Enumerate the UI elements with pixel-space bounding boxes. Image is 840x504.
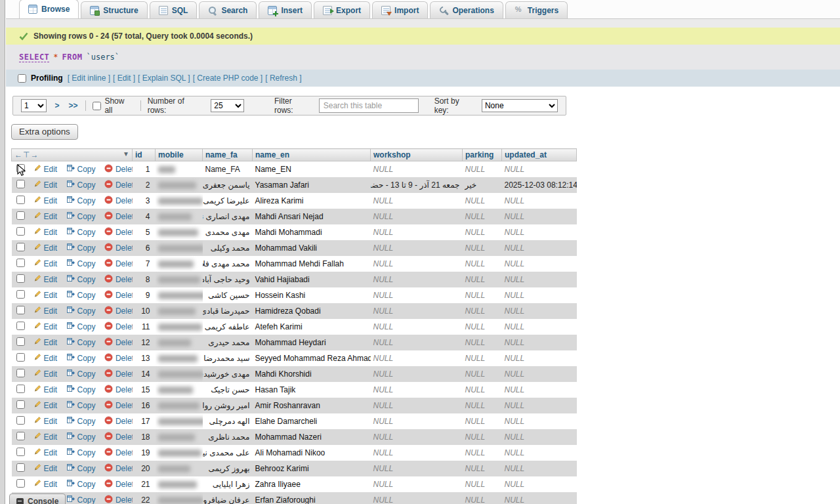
tab-search[interactable]: Search xyxy=(199,1,257,18)
delete-link[interactable]: Delete xyxy=(104,448,133,458)
edit-link[interactable]: Edit xyxy=(33,353,58,364)
tab-triggers[interactable]: Triggers xyxy=(505,1,568,18)
delete-link[interactable]: Delete xyxy=(104,211,133,222)
copy-link[interactable]: Copy xyxy=(66,274,96,285)
delete-link[interactable]: Delete xyxy=(104,274,133,285)
row-checkbox[interactable] xyxy=(16,463,25,472)
tab-structure[interactable]: Structure xyxy=(81,1,147,18)
delete-link[interactable]: Delete xyxy=(104,353,133,364)
page-select[interactable]: 1 xyxy=(21,99,47,112)
column-header-updated_at[interactable]: updated_at xyxy=(502,149,577,161)
row-checkbox[interactable] xyxy=(16,164,25,173)
sort-by-key-select[interactable]: None xyxy=(482,99,558,112)
show-all-toggle[interactable]: Show all xyxy=(93,96,133,115)
edit-link[interactable]: Edit xyxy=(33,463,58,474)
copy-link[interactable]: Copy xyxy=(66,196,96,206)
tab-import[interactable]: Import xyxy=(372,1,428,18)
copy-link[interactable]: Copy xyxy=(66,243,96,253)
row-checkbox[interactable] xyxy=(16,337,25,346)
copy-link[interactable]: Copy xyxy=(66,432,96,442)
copy-link[interactable]: Copy xyxy=(66,259,96,269)
row-checkbox[interactable] xyxy=(16,400,25,409)
copy-link[interactable]: Copy xyxy=(66,227,96,238)
delete-link[interactable]: Delete xyxy=(104,432,133,442)
tab-operations[interactable]: Operations xyxy=(430,1,503,18)
tab-export[interactable]: Export xyxy=(314,1,370,18)
delete-link[interactable]: Delete xyxy=(104,306,133,316)
edit-link[interactable]: Edit xyxy=(33,227,58,238)
row-checkbox[interactable] xyxy=(16,306,25,314)
delete-link[interactable]: Delete xyxy=(104,243,133,253)
delete-link[interactable]: Delete xyxy=(104,227,133,238)
row-checkbox[interactable] xyxy=(16,385,25,393)
create-php-code-link[interactable]: Create PHP code xyxy=(197,74,258,83)
refresh-link[interactable]: Refresh xyxy=(270,74,297,83)
column-header-workshop[interactable]: workshop xyxy=(371,149,463,161)
extra-options-button[interactable]: Extra options xyxy=(11,124,78,140)
row-checkbox[interactable] xyxy=(16,416,25,425)
delete-link[interactable]: Delete xyxy=(104,369,133,379)
tab-insert[interactable]: Insert xyxy=(259,1,312,18)
copy-link[interactable]: Copy xyxy=(66,337,96,348)
copy-link[interactable]: Copy xyxy=(66,448,96,458)
copy-link[interactable]: Copy xyxy=(66,385,96,395)
delete-link[interactable]: Delete xyxy=(104,385,133,395)
copy-link[interactable]: Copy xyxy=(66,211,96,222)
edit-link[interactable]: Edit xyxy=(33,369,58,379)
column-header-parking[interactable]: parking xyxy=(463,149,502,161)
column-header-name_en[interactable]: name_en xyxy=(253,149,371,161)
edit-link[interactable]: Edit xyxy=(33,243,58,253)
copy-link[interactable]: Copy xyxy=(66,353,96,364)
row-checkbox[interactable] xyxy=(16,259,25,267)
copy-link[interactable]: Copy xyxy=(66,322,96,332)
copy-link[interactable]: Copy xyxy=(66,290,96,301)
column-header-name_fa[interactable]: name_fa xyxy=(203,149,253,161)
tab-sql[interactable]: SQL xyxy=(150,1,198,18)
row-checkbox[interactable] xyxy=(16,243,25,251)
row-checkbox[interactable] xyxy=(16,290,25,299)
row-checkbox[interactable] xyxy=(16,274,25,283)
show-all-checkbox[interactable] xyxy=(93,102,101,110)
delete-link[interactable]: Delete xyxy=(104,337,133,348)
edit-link[interactable]: Edit xyxy=(33,400,58,411)
delete-link[interactable]: Delete xyxy=(104,259,133,269)
edit-link[interactable]: Edit xyxy=(33,164,58,175)
edit-inline-link[interactable]: Edit inline xyxy=(72,74,106,83)
console-button[interactable]: Console xyxy=(9,494,66,504)
copy-link[interactable]: Copy xyxy=(66,400,96,411)
sql-keyword-select[interactable]: SELECT xyxy=(19,52,49,62)
row-checkbox[interactable] xyxy=(16,479,25,488)
delete-link[interactable]: Delete xyxy=(104,180,133,190)
delete-link[interactable]: Delete xyxy=(104,322,133,332)
copy-link[interactable]: Copy xyxy=(66,416,96,427)
delete-link[interactable]: Delete xyxy=(104,495,133,504)
profiling-checkbox[interactable] xyxy=(18,74,26,83)
edit-link[interactable]: Edit xyxy=(33,479,58,490)
delete-link[interactable]: Delete xyxy=(104,463,133,474)
last-page-link[interactable]: >> xyxy=(67,101,79,110)
next-page-link[interactable]: > xyxy=(53,101,60,110)
copy-link[interactable]: Copy xyxy=(66,164,96,175)
row-checkbox[interactable] xyxy=(16,211,25,220)
num-rows-select[interactable]: 25 xyxy=(211,99,244,112)
delete-link[interactable]: Delete xyxy=(104,164,133,175)
edit-link[interactable]: Edit xyxy=(33,385,58,395)
edit-link[interactable]: Edit xyxy=(33,432,58,442)
delete-link[interactable]: Delete xyxy=(104,479,133,490)
column-header-id[interactable]: id xyxy=(133,149,156,161)
edit-link[interactable]: Edit xyxy=(33,211,58,222)
copy-link[interactable]: Copy xyxy=(66,306,96,316)
edit-link[interactable]: Edit xyxy=(33,180,58,190)
column-header-mobile[interactable]: mobile xyxy=(156,149,203,161)
row-checkbox[interactable] xyxy=(16,196,25,204)
delete-link[interactable]: Delete xyxy=(104,196,133,206)
row-checkbox[interactable] xyxy=(16,180,25,188)
row-checkbox[interactable] xyxy=(16,448,25,456)
explain-sql-link[interactable]: Explain SQL xyxy=(142,74,186,83)
edit-link[interactable]: Edit xyxy=(33,448,58,458)
with-selected-dropdown-icon[interactable]: ▼ xyxy=(123,150,129,158)
edit-link[interactable]: Edit xyxy=(33,337,58,348)
edit-link[interactable]: Edit xyxy=(33,322,58,332)
delete-link[interactable]: Delete xyxy=(104,416,133,427)
row-checkbox[interactable] xyxy=(16,353,25,362)
